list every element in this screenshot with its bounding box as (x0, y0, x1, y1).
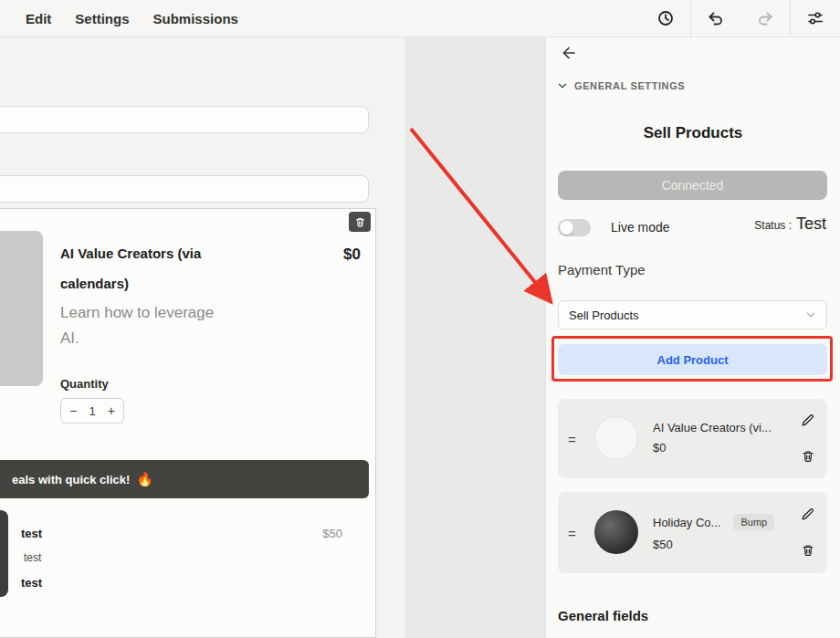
drag-handle-icon[interactable]: = (568, 525, 576, 540)
delete-block-icon[interactable] (349, 212, 371, 232)
list-item: test (21, 527, 42, 540)
product-avatar (594, 510, 638, 554)
quantity-decrease-button[interactable]: − (69, 403, 77, 418)
form-canvas: AI Value Creators (via calendars) $0 Lea… (0, 37, 404, 638)
toggle-knob (560, 221, 573, 235)
product-row: = AI Value Creators (vi... $0 (558, 399, 827, 478)
promo-banner-text: eals with quick click! (12, 473, 130, 486)
product-title: AI Value Creators (via calendars) (60, 238, 243, 298)
chevron-down-icon (805, 309, 816, 320)
general-settings-label: GENERAL SETTINGS (574, 80, 685, 91)
redo-icon[interactable] (740, 0, 790, 37)
undo-icon[interactable] (691, 0, 740, 37)
delete-trash-icon[interactable] (799, 447, 817, 468)
add-product-button[interactable]: Add Product (558, 344, 827, 375)
drag-handle-icon[interactable]: = (568, 431, 576, 446)
back-arrow-icon[interactable] (558, 42, 580, 67)
tab-edit[interactable]: Edit (26, 11, 51, 26)
connected-button[interactable]: Connected (558, 171, 827, 200)
form-text-field-1[interactable] (0, 106, 369, 133)
general-settings-section-toggle[interactable]: GENERAL SETTINGS (557, 80, 685, 91)
quantity-label: Quantity (60, 377, 109, 391)
quantity-value: 1 (89, 404, 95, 418)
status-label: Status : (754, 219, 792, 232)
product-preview-card: AI Value Creators (via calendars) $0 Lea… (0, 208, 376, 638)
general-fields-heading: General fields (558, 608, 648, 623)
adjustments-icon[interactable] (791, 0, 840, 37)
payment-type-value: Sell Products (569, 309, 639, 322)
product-name: Holiday Co... (653, 516, 720, 529)
product-description: Learn how to leverage AI. (60, 300, 252, 351)
topbar-tabs: Edit Settings Submissions (0, 0, 238, 37)
delete-trash-icon[interactable] (799, 541, 817, 562)
settings-panel: GENERAL SETTINGS Sell Products Connected… (545, 37, 840, 638)
product-name: AI Value Creators (vi... (653, 421, 772, 434)
history-icon[interactable] (641, 0, 690, 37)
product-avatar (594, 416, 638, 460)
topbar: Edit Settings Submissions (0, 0, 840, 37)
product-row: = Holiday Co... Bump $50 (558, 492, 827, 573)
edit-pencil-icon[interactable] (798, 411, 817, 433)
product-price: $0 (343, 246, 361, 264)
quantity-increase-button[interactable]: + (108, 403, 115, 418)
product-image-placeholder (0, 231, 43, 386)
fire-emoji-icon: 🔥 (136, 471, 153, 487)
live-mode-toggle[interactable] (558, 219, 591, 236)
list-item-price: $50 (322, 527, 342, 540)
app-window: Edit Settings Submissions (0, 0, 840, 638)
promo-banner: eals with quick click! 🔥 (0, 460, 369, 498)
list-item: test (21, 576, 42, 590)
panel-title: Sell Products (546, 124, 840, 142)
live-mode-label: Live mode (611, 219, 670, 236)
form-text-field-2[interactable] (0, 175, 369, 203)
edit-pencil-icon[interactable] (798, 505, 817, 527)
bump-image-placeholder (0, 510, 8, 597)
quantity-stepper: − 1 + (60, 398, 124, 424)
topbar-actions (641, 0, 840, 37)
status-indicator: Status : Test (754, 214, 826, 234)
product-price: $50 (653, 538, 673, 551)
tab-submissions[interactable]: Submissions (153, 11, 238, 26)
list-item: test (24, 551, 41, 564)
product-badge: Bump (733, 514, 774, 530)
chevron-down-icon (557, 80, 568, 91)
payment-type-select[interactable]: Sell Products (558, 300, 827, 329)
tab-settings[interactable]: Settings (75, 11, 129, 26)
payment-type-label: Payment Type (558, 262, 646, 277)
status-value: Test (796, 214, 826, 234)
product-price: $0 (653, 441, 666, 455)
